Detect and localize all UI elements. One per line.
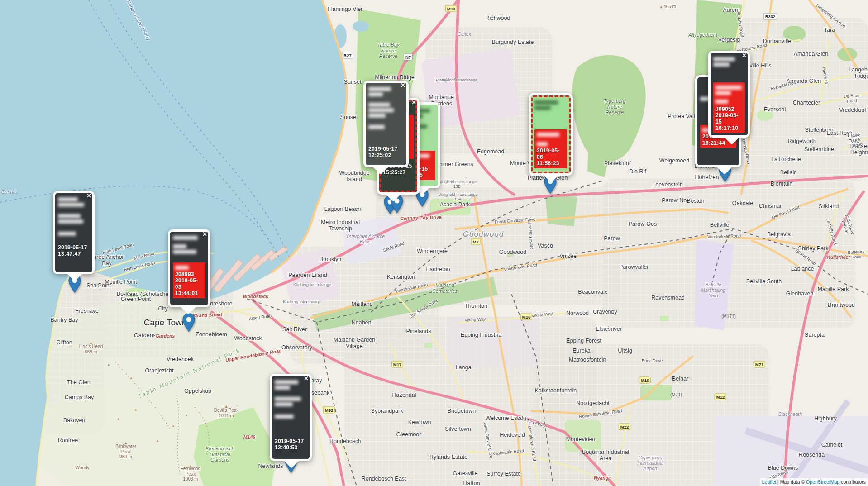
redacted-text xyxy=(715,100,728,104)
popup-text: 11:56:23 xyxy=(537,160,565,167)
redacted-text xyxy=(368,103,390,107)
popup-text: 13:44:01 xyxy=(175,290,203,296)
popup-spacer xyxy=(58,225,90,230)
map-popup-sea-point: 2019-05-1713:47:47✕ xyxy=(53,191,95,274)
redacted-text xyxy=(275,402,293,406)
popup-spacer xyxy=(368,130,404,146)
popup-text: J09052 xyxy=(715,106,743,112)
redacted-text xyxy=(715,86,742,90)
attribution-contributors: contributors xyxy=(839,479,866,485)
popup-text: 2019-05-06 xyxy=(537,148,565,160)
redacted-text xyxy=(275,397,301,401)
popup-text: 15:25:27 xyxy=(383,169,414,176)
popup-alert-block: J089932019-05-0313:44:01 xyxy=(173,262,205,298)
popup-text: 2019-05-17 xyxy=(368,146,404,152)
redacted-text xyxy=(175,266,189,270)
map-popup-cape-town: J089932019-05-0313:44:01✕ xyxy=(168,229,210,307)
redacted-text xyxy=(275,386,290,390)
popup-text: 2019-05-17 xyxy=(58,244,90,251)
popup-spacer xyxy=(715,96,743,98)
map-marker-pin[interactable] xyxy=(182,313,195,332)
popup-text: 12:40:53 xyxy=(275,444,307,451)
popup-content: 2019-05-1713:47:47 xyxy=(55,193,92,272)
redacted-text xyxy=(58,203,84,207)
popup-alert-block: J090522019-05-1516:17:10 xyxy=(713,82,745,133)
popup-spacer xyxy=(275,420,307,438)
redacted-text xyxy=(368,114,386,118)
redacted-text xyxy=(58,197,78,201)
popup-text: 2019-05-17 xyxy=(275,438,307,444)
redacted-text xyxy=(173,236,198,240)
popup-spacer xyxy=(534,111,567,129)
redacted-text xyxy=(58,232,76,236)
popup-spacer xyxy=(713,68,745,81)
redacted-text xyxy=(713,62,730,67)
popup-text: J08993 xyxy=(175,271,203,277)
osm-link[interactable]: OpenStreetMap xyxy=(806,479,839,485)
popup-text: 12:25:02 xyxy=(368,152,404,158)
popup-spacer xyxy=(537,138,565,141)
popup-spacer xyxy=(58,237,90,244)
redacted-text xyxy=(275,380,298,384)
redacted-text xyxy=(713,57,735,61)
redacted-text xyxy=(534,100,558,105)
redacted-text xyxy=(368,125,385,129)
redacted-text xyxy=(173,250,196,254)
map-popup-bellville-front: J090522019-05-1516:17:10✕ xyxy=(708,51,750,138)
popup-text: 2019-05-03 xyxy=(175,277,203,290)
popup-spacer xyxy=(58,208,90,213)
map-popup-plattekloof-glen: 2019-05-0611:56:23 xyxy=(529,93,573,176)
popup-spacer xyxy=(173,241,205,243)
map-popup-newlands: 2019-05-1712:40:53✕ xyxy=(270,374,312,461)
map-popups-layer: 2019-05-1713:47:47✕J089932019-05-0313:44… xyxy=(0,0,868,486)
redacted-text xyxy=(368,92,383,96)
popup-content: 2019-05-0611:56:23 xyxy=(531,95,571,173)
redacted-text xyxy=(173,244,186,248)
popup-close-button[interactable]: ✕ xyxy=(742,52,747,58)
redacted-text xyxy=(368,87,391,91)
leaflet-attribution: Leaflet | Map data © OpenStreetMap contr… xyxy=(760,478,868,486)
popup-spacer xyxy=(700,149,736,158)
redacted-text xyxy=(534,106,551,110)
popup-close-button[interactable]: ✕ xyxy=(401,82,405,88)
popup-close-button[interactable]: ✕ xyxy=(411,100,416,105)
redacted-text xyxy=(368,108,394,112)
redacted-text xyxy=(58,214,81,218)
redacted-text xyxy=(275,415,294,419)
leaflet-link[interactable]: Leaflet xyxy=(762,479,777,485)
popup-spacer xyxy=(368,119,404,124)
popup-content: 2019-05-1712:40:53 xyxy=(272,376,310,459)
popup-text: 2019-05-15 xyxy=(715,112,743,125)
map-canvas[interactable]: a CunhaRobben Island FerryFlamingo VleiR… xyxy=(0,0,868,486)
popup-content: J089932019-05-0313:44:01 xyxy=(170,232,208,305)
popup-spacer xyxy=(275,391,307,395)
popup-content: 2019-05-1712:25:02 xyxy=(366,83,406,165)
redacted-text xyxy=(537,133,559,137)
popup-spacer xyxy=(173,255,205,262)
popup-close-button[interactable]: ✕ xyxy=(86,193,91,199)
attribution-separator: | xyxy=(776,479,780,485)
redacted-text xyxy=(537,142,548,146)
popup-text: 13:47:47 xyxy=(58,251,90,257)
redacted-text xyxy=(715,91,731,95)
redacted-text xyxy=(58,219,83,224)
popup-content: J090522019-05-1516:17:10 xyxy=(711,53,748,135)
popup-alert-block: 2019-05-0611:56:23 xyxy=(534,129,567,168)
attribution-mapdata: Map data © xyxy=(780,479,806,485)
popup-close-button[interactable]: ✕ xyxy=(202,231,207,237)
popup-close-button[interactable]: ✕ xyxy=(304,376,309,381)
popup-text: 16:17:10 xyxy=(715,125,743,131)
popup-spacer xyxy=(275,408,307,413)
popup-spacer xyxy=(368,98,404,101)
map-popup-century-city-front: 2019-05-1712:25:02✕ xyxy=(363,81,409,167)
